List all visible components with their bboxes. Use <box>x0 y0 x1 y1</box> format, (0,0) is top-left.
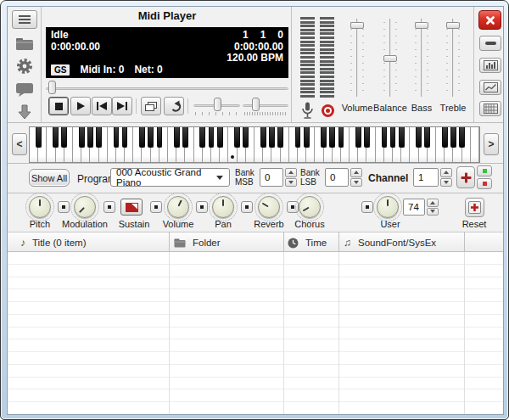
piano-black-key[interactable] <box>390 127 396 148</box>
piano-black-key[interactable] <box>321 127 327 148</box>
pitch-slider[interactable] <box>243 97 288 115</box>
keyboard-view-button[interactable] <box>479 101 501 116</box>
balance-slider-thumb[interactable] <box>383 55 397 62</box>
record-button[interactable] <box>319 102 336 119</box>
piano-black-key[interactable] <box>399 127 405 148</box>
stop-button[interactable] <box>48 97 69 115</box>
piano-black-key[interactable] <box>382 127 388 148</box>
piano-black-key[interactable] <box>36 127 42 148</box>
volume-slider-thumb[interactable] <box>350 22 364 29</box>
add-button[interactable] <box>456 166 475 188</box>
column-header-title[interactable]: ♪ Title (0 item) <box>20 232 86 253</box>
treble-slider-thumb[interactable] <box>446 22 460 29</box>
stepper-up-button[interactable] <box>440 168 452 177</box>
piano-black-key[interactable] <box>424 127 430 148</box>
modulation-knob[interactable] <box>74 196 96 218</box>
download-button[interactable] <box>12 102 37 122</box>
play-button[interactable] <box>70 97 91 115</box>
treble-slider[interactable] <box>446 17 460 98</box>
piano-black-key[interactable] <box>364 127 370 148</box>
pan-knob[interactable] <box>212 196 234 218</box>
playlist-row[interactable] <box>8 365 504 378</box>
stepper-up-button[interactable] <box>427 199 439 207</box>
piano-black-key[interactable] <box>329 127 335 148</box>
playlist-row[interactable] <box>8 277 504 290</box>
green-indicator-button[interactable] <box>477 165 492 176</box>
volume-slider[interactable] <box>350 17 364 98</box>
piano-black-key[interactable] <box>182 127 188 148</box>
user-knob[interactable] <box>377 196 399 218</box>
stepper-down-button[interactable] <box>440 178 452 188</box>
piano-black-key[interactable] <box>277 127 283 148</box>
skip-to-end-button[interactable] <box>112 97 132 115</box>
piano-black-key[interactable] <box>217 127 223 148</box>
pitch-reset-button[interactable] <box>58 201 70 213</box>
piano-black-key[interactable] <box>53 127 59 148</box>
playlist-row[interactable] <box>8 302 504 315</box>
bass-slider-thumb[interactable] <box>415 22 428 29</box>
keyboard-scroll-left-button[interactable]: < <box>12 133 27 155</box>
piano-black-key[interactable] <box>122 127 128 148</box>
position-slider[interactable] <box>46 80 288 98</box>
position-slider-thumb[interactable] <box>48 81 56 94</box>
playlist-row[interactable] <box>8 339 504 352</box>
column-header-soundfont[interactable]: ♫ SoundFont/SysEx <box>344 232 436 253</box>
stepper-down-button[interactable] <box>350 178 362 188</box>
user-value-stepper[interactable] <box>427 199 439 216</box>
bank-msb-input[interactable]: 0 <box>260 168 283 187</box>
user-reset-button[interactable] <box>361 201 373 213</box>
channel-stepper[interactable] <box>440 168 452 187</box>
playlist-row[interactable] <box>8 252 504 265</box>
stepper-up-button[interactable] <box>285 168 297 177</box>
vu-view-button[interactable] <box>479 58 501 73</box>
piano-black-key[interactable] <box>87 127 93 148</box>
menu-button[interactable] <box>12 10 37 29</box>
column-header-time[interactable]: Time <box>288 232 327 253</box>
modulation-reset-button[interactable] <box>103 201 115 213</box>
close-button[interactable] <box>478 10 501 30</box>
pan-reset-button[interactable] <box>241 201 253 213</box>
playlist-row[interactable] <box>8 315 504 328</box>
balance-slider[interactable] <box>383 17 397 98</box>
sustain-reset-button[interactable] <box>150 201 162 213</box>
red-indicator-button[interactable] <box>477 178 492 189</box>
piano-black-key[interactable] <box>355 127 361 148</box>
program-select[interactable]: 000 Acoustic Grand Piano <box>110 168 230 187</box>
piano-black-key[interactable] <box>148 127 154 148</box>
settings-button[interactable] <box>12 56 37 76</box>
piano-black-key[interactable] <box>243 127 249 148</box>
tempo-slider-thumb[interactable] <box>214 98 221 111</box>
stepper-up-button[interactable] <box>350 168 362 177</box>
pitch-slider-thumb[interactable] <box>252 98 260 111</box>
show-all-button[interactable]: Show All <box>29 169 70 187</box>
microphone-button[interactable] <box>299 100 316 120</box>
piano-black-key[interactable] <box>260 127 266 148</box>
keyboard-scroll-right-button[interactable]: > <box>484 133 499 155</box>
piano-black-key[interactable] <box>199 127 205 148</box>
piano-black-key[interactable] <box>139 127 145 148</box>
piano-black-key[interactable] <box>269 127 275 148</box>
skip-to-start-button[interactable] <box>92 97 112 115</box>
piano-black-key[interactable] <box>157 127 163 148</box>
volume-knob[interactable] <box>167 196 189 218</box>
piano-black-key[interactable] <box>61 127 67 148</box>
piano-black-key[interactable] <box>304 127 310 148</box>
piano-black-key[interactable] <box>209 127 215 148</box>
playlist-row[interactable] <box>8 289 504 302</box>
reverb-knob[interactable] <box>258 196 280 218</box>
piano-black-key[interactable] <box>295 127 301 148</box>
tempo-slider[interactable] <box>193 97 240 115</box>
piano-black-key[interactable] <box>174 127 180 148</box>
user-value-input[interactable]: 74 <box>403 199 425 216</box>
bass-slider[interactable] <box>415 17 428 98</box>
minimize-button[interactable] <box>479 36 501 51</box>
volume-reset-button[interactable] <box>196 201 208 213</box>
piano-black-key[interactable] <box>450 127 456 148</box>
piano-black-key[interactable] <box>114 127 120 148</box>
playlist-row[interactable] <box>8 378 504 390</box>
piano-black-key[interactable] <box>96 127 102 148</box>
messages-button[interactable] <box>12 80 37 100</box>
pitch-knob[interactable] <box>29 196 51 218</box>
playlist-row[interactable] <box>8 352 504 365</box>
graph-view-button[interactable] <box>479 80 501 95</box>
